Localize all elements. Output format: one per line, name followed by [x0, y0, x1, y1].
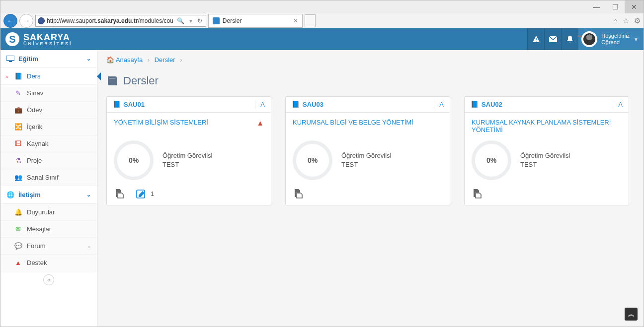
header-mail-button[interactable] — [544, 28, 561, 50]
sidebar-item-proje[interactable]: ⚗ Proje — [0, 152, 97, 169]
favorites-icon[interactable]: ☆ — [623, 16, 629, 25]
chevron-down-icon: ⌄ — [87, 243, 91, 249]
sidebar-item-duyurular[interactable]: 🔔 Duyurular — [0, 204, 97, 221]
progress-donut: 0% — [293, 140, 332, 180]
sidebar-item-odev[interactable]: 💼 Ödev — [0, 102, 97, 119]
url-suffix: /modules/cou — [138, 17, 173, 24]
briefcase-icon: 💼 — [14, 106, 22, 114]
address-bar[interactable]: http://www.sauport.sakarya.edu.tr/module… — [35, 15, 206, 27]
notification-indicator: – — [577, 31, 581, 40]
home-icon[interactable]: ⌂ — [613, 16, 618, 25]
header-bell-button[interactable]: – — [561, 28, 578, 50]
scroll-to-top-button[interactable]: ︽ — [625, 308, 638, 321]
progress-value: 0% — [129, 156, 139, 164]
tools-icon[interactable]: ⚙ — [634, 16, 641, 25]
course-code: SAU01 — [124, 101, 145, 108]
copy-icon[interactable] — [114, 188, 125, 199]
course-card[interactable]: 📘 SAU03 A KURUMSAL BİLGİ VE BELGE YÖNETİ… — [285, 96, 450, 205]
window-close[interactable]: ✕ — [625, 0, 644, 13]
bell-icon — [566, 35, 573, 43]
user-text: Hoşgeldiniz Öğrenci — [601, 33, 630, 46]
card-actions: 1 — [114, 188, 264, 199]
book-icon — [106, 75, 118, 86]
sidebar-item-sanal-sinif[interactable]: 👥 Sanal Sınıf — [0, 169, 97, 186]
card-body: KURUMSAL BİLGİ VE BELGE YÖNETİMİ 0% Öğre… — [286, 113, 450, 205]
sidebar-item-forum[interactable]: 💬 Forum ⌄ — [0, 238, 97, 255]
sidebar-item-mesajlar[interactable]: ✉ Mesajlar — [0, 221, 97, 238]
sidebar-item-label: İçerik — [27, 123, 42, 131]
course-title[interactable]: YÖNETİM BİLİŞİM SİSTEMLERİ ▲ — [114, 119, 264, 136]
breadcrumb: 🏠 Anasayfa › Dersler › — [97, 50, 644, 69]
warning-icon — [532, 35, 540, 43]
window-minimize[interactable]: — — [587, 0, 606, 13]
edit-count: 1 — [151, 190, 154, 197]
sidebar-section-label: Eğitim — [18, 55, 38, 63]
book-icon: 📘 — [292, 101, 300, 108]
brand-logo-icon: S — [5, 32, 19, 46]
user-menu[interactable]: Hoşgeldiniz Öğrenci ▼ — [578, 28, 644, 50]
instructor-role: Öğretim Görevlisi — [341, 151, 443, 160]
breadcrumb-current[interactable]: Dersler — [155, 56, 175, 64]
search-icon[interactable]: 🔍 — [175, 17, 186, 24]
browser-tool-icons: ⌂ ☆ ⚙ — [613, 16, 641, 25]
sidebar-item-label: Sanal Sınıf — [27, 174, 59, 181]
sidebar-section-egitim[interactable]: Eğitim ⌄ — [0, 50, 97, 68]
course-card[interactable]: 📘 SAU02 A KURUMSAL KAYNAK PLANLAMA SİSTE… — [464, 96, 629, 205]
browser-toolbar: ← → http://www.sauport.sakarya.edu.tr/mo… — [0, 13, 644, 28]
page-title: Dersler — [97, 69, 644, 96]
dropdown-icon[interactable]: ▾ — [188, 17, 194, 24]
app-root: S SAKARYA ÜNİVERSİTESİ – — [0, 28, 644, 327]
sidebar-item-kaynak[interactable]: 🎞 Kaynak — [0, 135, 97, 152]
chevron-down-icon: ⌄ — [86, 56, 91, 62]
sidebar-item-label: Sınav — [27, 89, 43, 97]
course-title-text: KURUMSAL KAYNAK PLANLAMA SİSTEMLERİ YÖNE… — [472, 119, 622, 133]
sidebar-item-sinav[interactable]: ✎ Sınav — [0, 85, 97, 102]
edit-icon: ✎ — [14, 89, 22, 97]
breadcrumb-home[interactable]: Anasayfa — [116, 56, 143, 64]
header-actions: – Hoşgeldiniz Öğrenci ▼ — [527, 28, 644, 50]
edit-icon[interactable] — [136, 188, 147, 199]
avatar-icon — [583, 33, 595, 45]
card-body: YÖNETİM BİLİŞİM SİSTEMLERİ ▲ 0% Öğretim … — [107, 113, 271, 205]
sidebar-item-destek[interactable]: ▲ Destek — [0, 255, 97, 271]
header-warning-button[interactable] — [527, 28, 544, 50]
sidebar: Eğitim ⌄ 📘 Ders ✎ Sınav 💼 Ödev 🔀 İ — [0, 50, 97, 327]
course-code: SAU03 — [303, 101, 323, 108]
course-title[interactable]: KURUMSAL KAYNAK PLANLAMA SİSTEMLERİ YÖNE… — [472, 119, 622, 136]
chat-icon: 💬 — [14, 242, 22, 250]
mail-icon: ✉ — [14, 225, 22, 233]
sidebar-section-iletisim[interactable]: 🌐 İletişim ⌄ — [0, 186, 97, 204]
nav-back-button[interactable]: ← — [3, 14, 17, 28]
tab-close-icon[interactable]: ✕ — [293, 17, 298, 24]
nav-forward-button[interactable]: → — [19, 14, 33, 28]
sidebar-item-label: Ödev — [27, 106, 42, 114]
sidebar-item-label: Forum — [27, 242, 46, 250]
bell-icon: 🔔 — [14, 208, 22, 216]
brand-line2: ÜNİVERSİTESİ — [23, 42, 73, 46]
copy-icon[interactable] — [472, 188, 483, 199]
svg-rect-3 — [6, 56, 14, 61]
tab-favicon-icon — [213, 17, 220, 24]
sidebar-item-ders[interactable]: 📘 Ders — [0, 68, 97, 85]
progress-donut: 0% — [472, 140, 511, 180]
breadcrumb-sep: › — [145, 56, 153, 64]
card-header: 📘 SAU03 A — [286, 97, 450, 113]
brand[interactable]: S SAKARYA ÜNİVERSİTESİ — [0, 32, 73, 46]
course-card[interactable]: 📘 SAU01 A YÖNETİM BİLİŞİM SİSTEMLERİ ▲ — [106, 96, 271, 205]
sidebar-collapse-button[interactable]: « — [43, 274, 54, 285]
chevron-down-icon: ⌄ — [86, 192, 91, 198]
progress-value: 0% — [486, 156, 496, 164]
monitor-icon — [6, 56, 14, 63]
browser-window: — ☐ ✕ ← → http://www.sauport.sakarya.edu… — [0, 0, 644, 327]
card-header: 📘 SAU01 A — [107, 97, 271, 113]
instructor: Öğretim Görevlisi TEST — [341, 151, 443, 169]
window-maximize[interactable]: ☐ — [606, 0, 625, 13]
new-tab-button[interactable] — [305, 14, 316, 27]
sidebar-item-icerik[interactable]: 🔀 İçerik — [0, 119, 97, 135]
browser-tab[interactable]: Dersler ✕ — [208, 14, 303, 28]
card-actions — [472, 188, 622, 199]
refresh-icon[interactable]: ↻ — [196, 17, 204, 24]
copy-icon[interactable] — [293, 188, 304, 199]
course-title[interactable]: KURUMSAL BİLGİ VE BELGE YÖNETİMİ — [293, 119, 443, 136]
warning-icon: ▲ — [14, 259, 22, 266]
